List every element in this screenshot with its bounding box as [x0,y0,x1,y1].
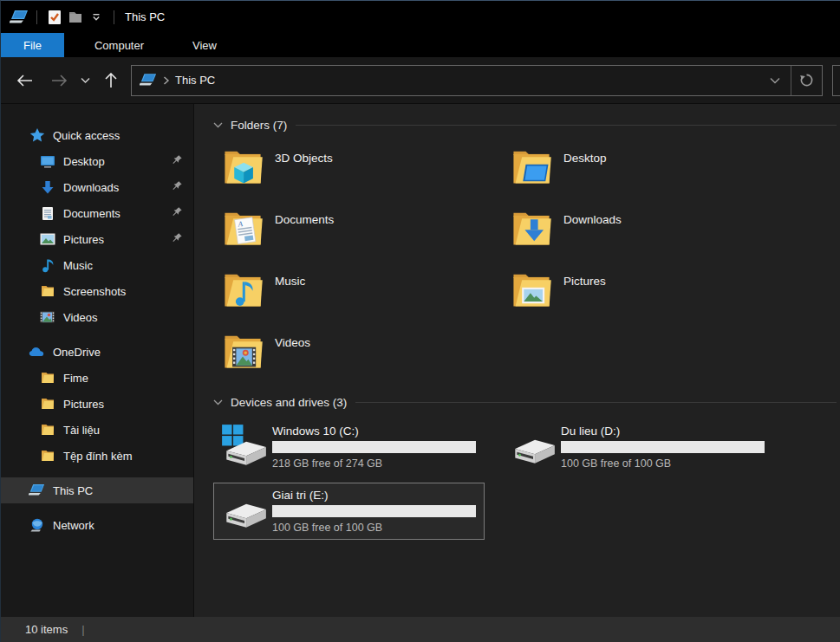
music-folder-icon [220,267,265,312]
pin-icon [172,154,183,168]
drives-grid: Windows 10 (C:) 218 GB free of 274 GB [213,418,840,547]
new-folder-icon[interactable] [65,6,86,29]
folder-tile-videos[interactable]: Videos [213,326,485,387]
folder-tile-music[interactable]: Music [213,264,485,326]
sidebar-item-onedrive-pictures[interactable]: Pictures [1,391,193,417]
item-count: 10 items [25,623,68,636]
cloud-icon [29,347,45,357]
sidebar-item-label: Tệp đính kèm [63,450,133,463]
separator [36,10,37,24]
drive-free-space: 100 GB free of 100 GB [561,457,765,470]
sidebar-item-onedrive[interactable]: OneDrive [1,339,193,365]
collapse-chevron-icon[interactable] [213,399,223,405]
this-pc-icon [9,6,29,29]
pictures-folder-icon [509,267,554,312]
recent-locations-chevron-icon[interactable] [77,67,93,94]
navigation-pane: Quick access Desktop Downloads [1,104,193,617]
videos-folder-icon [220,328,265,373]
sidebar-item-documents[interactable]: Documents [1,200,193,226]
drive-name: Du lieu (D:) [561,425,765,438]
explorer-window: This PC File Computer View This PC [0,0,840,642]
sidebar-item-quick-access[interactable]: Quick access [1,122,193,148]
pin-icon [172,232,183,246]
folder-name: Videos [275,336,310,349]
tab-file[interactable]: File [1,33,64,57]
drive-free-space: 218 GB free of 274 GB [272,457,476,470]
drive-usage-bar [272,505,476,517]
music-icon [39,258,55,273]
sidebar-item-tep-dinh-kem[interactable]: Tệp đính kèm [1,443,193,469]
breadcrumb-chevron-icon [163,76,170,85]
up-button[interactable] [100,67,122,94]
status-separator: | [81,623,84,636]
sidebar-item-music[interactable]: Music [1,252,193,278]
tab-computer[interactable]: Computer [76,33,162,57]
drive-name: Windows 10 (C:) [272,425,476,438]
sidebar-item-label: Pictures [63,233,104,246]
folders-grid: 3D Objects Desktop A Documents [213,141,840,387]
documents-folder-icon: A [220,205,265,250]
sidebar-item-label: Desktop [63,155,105,168]
folder-name: 3D Objects [275,152,333,165]
sidebar-item-fime[interactable]: Fime [1,365,193,391]
address-bar[interactable]: This PC [131,65,823,96]
drive-tile-c[interactable]: Windows 10 (C:) 218 GB free of 274 GB [213,418,485,476]
sidebar-item-tai-lieu[interactable]: Tài liệu [1,417,193,443]
drive-name: Giai tri (E:) [272,489,476,502]
drive-free-space: 100 GB free of 100 GB [272,522,476,534]
drive-icon [505,424,561,470]
status-bar: 10 items | [1,617,840,642]
breadcrumb-location[interactable]: This PC [175,74,215,87]
folder-tile-desktop[interactable]: Desktop [502,141,773,203]
folder-tile-downloads[interactable]: Downloads [502,203,773,264]
sidebar-item-label: Quick access [53,129,120,142]
folder-tile-pictures[interactable]: Pictures [502,264,773,326]
search-box[interactable] [832,65,840,96]
picture-icon [39,233,55,245]
sidebar-item-label: Tài liệu [63,424,100,437]
address-history-chevron-icon[interactable] [759,66,791,95]
drive-tile-d[interactable]: Du lieu (D:) 100 GB free of 100 GB [502,418,773,476]
sidebar-item-screenshots[interactable]: Screenshots [1,278,193,304]
customize-qat-chevron-icon[interactable] [86,6,107,29]
window-title: This PC [125,10,165,23]
folder-name: Pictures [563,275,606,288]
tab-view[interactable]: View [174,33,235,57]
sidebar-item-label: Fime [63,372,88,385]
sidebar-item-label: OneDrive [53,346,101,359]
sidebar-item-pictures[interactable]: Pictures [1,226,193,252]
sidebar-item-this-pc[interactable]: This PC [1,477,193,503]
drive-usage-bar [272,441,476,453]
drives-section-header[interactable]: Devices and drives (3) [213,392,840,412]
section-rule [355,402,837,403]
breadcrumb[interactable]: This PC [132,73,759,88]
drive-icon [217,488,272,535]
folders-section-header[interactable]: Folders (7) [213,115,840,134]
folder-tile-documents[interactable]: A Documents [213,203,485,264]
sidebar-item-label: Music [63,259,93,272]
file-list-pane: Folders (7) 3D Objects Desktop [193,104,840,617]
sidebar-item-network[interactable]: Network [1,512,193,538]
ribbon-tabs: File Computer View [1,33,840,57]
folder-icon [39,450,55,462]
collapse-chevron-icon[interactable] [213,122,223,128]
folder-icon [39,285,55,297]
forward-button[interactable] [48,67,70,94]
sidebar-item-label: Downloads [63,181,119,194]
folder-name: Downloads [563,213,622,226]
folder-tile-3d-objects[interactable]: 3D Objects [213,141,485,203]
pin-icon [172,206,183,220]
properties-icon[interactable] [44,6,65,29]
drive-tile-e[interactable]: Giai tri (E:) 100 GB free of 100 GB [213,483,485,540]
folder-icon [39,424,55,436]
refresh-button[interactable] [791,66,822,95]
video-icon [39,311,55,323]
section-title: Devices and drives (3) [231,396,347,409]
sidebar-item-videos[interactable]: Videos [1,304,193,330]
folder-name: Music [275,275,305,288]
sidebar-item-downloads[interactable]: Downloads [1,174,193,200]
computer-icon [29,483,45,497]
sidebar-item-desktop[interactable]: Desktop [1,148,193,174]
back-button[interactable] [13,67,36,94]
desktop-folder-icon [509,144,554,189]
